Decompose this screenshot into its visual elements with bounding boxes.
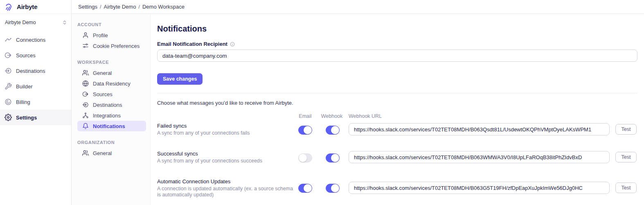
wrench-icon [5, 83, 12, 90]
notifications-table: Email Webhook Webhook URL Failed syncs A… [157, 113, 637, 201]
settings-section-account: ACCOUNT [77, 22, 146, 27]
webhook-url-input[interactable] [349, 123, 610, 135]
test-webhook-button[interactable]: Test [615, 182, 637, 193]
settings-section-organization: ORGANIZATION [77, 140, 146, 145]
notification-name: Automatic Connection Updates [157, 179, 294, 185]
settings-item-general-organization[interactable]: General [77, 148, 146, 158]
email-toggle[interactable] [298, 126, 312, 135]
notification-row-automatic-connection-updates: Automatic Connection Updates A connectio… [157, 176, 637, 201]
settings-item-label: Destinations [93, 102, 122, 108]
globe-icon [82, 80, 89, 87]
airbyte-logo-icon [5, 2, 14, 11]
workspace-name: Airbyte Demo [5, 20, 36, 25]
webhook-url-input[interactable] [349, 151, 610, 163]
bell-icon [82, 123, 89, 129]
settings-item-label: Cookie Preferences [93, 43, 140, 49]
table-header-row: Email Webhook Webhook URL [157, 113, 637, 119]
column-header-webhook: Webhook [319, 113, 345, 119]
credits-coin-icon [5, 98, 12, 106]
notification-description: A sync from any of your connections succ… [157, 158, 262, 164]
webhook-toggle[interactable] [326, 126, 340, 135]
sidebar-item-label: Billing [16, 99, 30, 105]
notifications-page: Notifications Email Notification Recipie… [151, 14, 644, 205]
webhook-toggle[interactable] [326, 184, 340, 193]
settings-item-destinations[interactable]: Destinations [77, 99, 146, 110]
breadcrumb-separator: / [138, 4, 140, 10]
page-title: Notifications [157, 24, 637, 34]
email-recipient-input[interactable] [157, 50, 637, 62]
source-icon [82, 91, 89, 97]
notification-name: Failed syncs [157, 123, 250, 129]
app-logo[interactable]: Airbyte [0, 0, 71, 14]
main-nav: Connections Sources Dest [0, 32, 71, 125]
settings-item-label: Integrations [93, 113, 121, 119]
save-changes-button[interactable]: Save changes [157, 73, 203, 85]
webhook-url-input[interactable] [349, 182, 610, 194]
sidebar-item-label: Connections [16, 37, 45, 43]
topbar: Settings / Airbyte Demo / Demo Workspace [72, 0, 644, 14]
breadcrumb-workspace[interactable]: Demo Workspace [142, 4, 185, 10]
settings-nav: ACCOUNT Profile Cookie Preferences [72, 14, 151, 205]
notification-info: Automatic Connection Updates A connectio… [157, 179, 294, 198]
gear-icon [5, 114, 12, 121]
breadcrumb-separator: / [100, 4, 101, 10]
brand-name: Airbyte [17, 3, 37, 10]
sidebar-item-label: Destinations [16, 68, 45, 74]
webhook-toggle[interactable] [326, 153, 340, 162]
workspace-selector[interactable]: Airbyte Demo [0, 16, 71, 29]
sidebar-item-label: Builder [16, 83, 32, 90]
sidebar-item-builder[interactable]: Builder [0, 79, 71, 94]
notification-description: A sync from any of your connections fail… [157, 130, 250, 136]
settings-item-integrations[interactable]: Integrations [77, 110, 146, 121]
breadcrumb: Settings / Airbyte Demo / Demo Workspace [78, 4, 185, 10]
sidebar-item-settings[interactable]: Settings [0, 110, 71, 125]
settings-item-label: General [93, 150, 112, 156]
breadcrumb-settings[interactable]: Settings [78, 4, 97, 10]
sidebar-item-billing[interactable]: Billing [0, 94, 71, 110]
destination-icon [5, 67, 12, 74]
email-toggle[interactable] [298, 153, 312, 162]
settings-item-label: General [93, 70, 112, 76]
sidebar-item-connections[interactable]: Connections [0, 32, 71, 47]
sidebar-item-destinations[interactable]: Destinations [0, 63, 71, 79]
column-header-webhook-url: Webhook URL [349, 113, 382, 119]
settings-item-label: Profile [93, 32, 108, 38]
connections-icon [5, 36, 12, 43]
test-webhook-button[interactable]: Test [615, 152, 637, 162]
sidebar-item-sources[interactable]: Sources [0, 47, 71, 63]
email-recipient-label: Email Notification Recipient [157, 41, 227, 47]
sidebar-item-label: Settings [16, 115, 37, 121]
settings-item-notifications[interactable]: Notifications [77, 121, 146, 131]
app-sidebar: Airbyte Airbyte Demo C [0, 0, 72, 205]
user-icon [82, 32, 89, 38]
breadcrumb-organization[interactable]: Airbyte Demo [104, 4, 136, 10]
settings-item-cookie-preferences[interactable]: Cookie Preferences [77, 41, 146, 51]
integrations-branch-icon [82, 112, 89, 119]
notification-info: Failed syncs A sync from any of your con… [157, 123, 250, 136]
users-icon [82, 70, 89, 76]
settings-item-profile[interactable]: Profile [77, 30, 146, 41]
sliders-icon [82, 43, 89, 49]
test-webhook-button[interactable]: Test [615, 124, 637, 135]
settings-item-data-residency[interactable]: Data Residency [77, 78, 146, 89]
settings-item-sources[interactable]: Sources [77, 89, 146, 99]
notification-name: Successful syncs [157, 151, 262, 157]
source-icon [5, 52, 12, 59]
notification-row-successful-syncs: Successful syncs A sync from any of your… [157, 149, 637, 167]
destination-icon [82, 101, 89, 108]
airbyte-app: Settings / Airbyte Demo / Demo Workspace… [0, 0, 644, 205]
notification-description: A connection is updated automatically (e… [157, 186, 294, 198]
section-divider [157, 93, 637, 93]
settings-item-label: Data Residency [93, 81, 131, 87]
users-icon [82, 150, 89, 156]
settings-item-label: Notifications [93, 123, 125, 129]
sidebar-item-label: Sources [16, 52, 36, 59]
settings-item-general-workspace[interactable]: General [77, 68, 146, 78]
settings-item-label: Sources [93, 91, 113, 97]
info-icon [230, 42, 235, 47]
column-header-email: Email [296, 113, 315, 119]
notification-row-failed-syncs: Failed syncs A sync from any of your con… [157, 121, 637, 140]
notification-info: Successful syncs A sync from any of your… [157, 151, 262, 164]
settings-section-workspace: WORKSPACE [77, 60, 146, 65]
email-toggle[interactable] [298, 184, 312, 193]
